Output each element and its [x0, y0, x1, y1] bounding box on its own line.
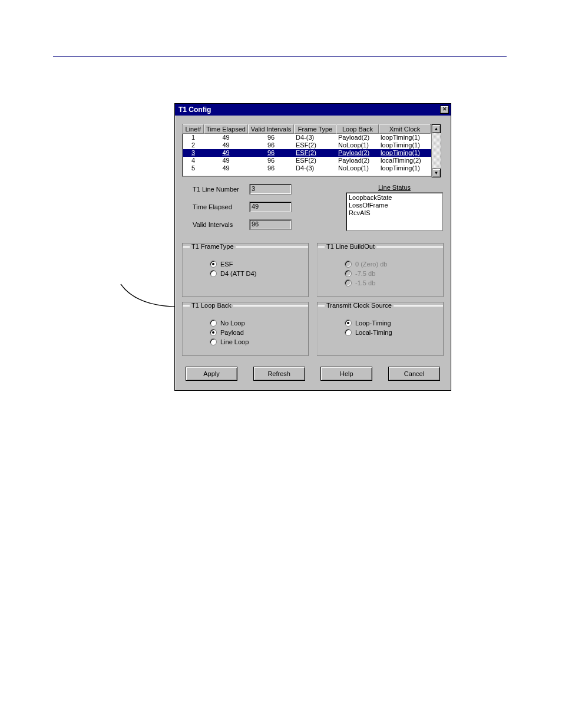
radio-icon: [345, 270, 352, 277]
line-table[interactable]: Line# Time Elapsed Valid Intervals Frame…: [182, 124, 441, 177]
status-item: LossOfFrame: [349, 202, 440, 209]
table-cell: 4: [183, 157, 204, 164]
table-cell: Payload(2): [336, 157, 379, 164]
build-out-option: -1.5 db: [345, 279, 436, 286]
table-cell: 96: [248, 134, 294, 141]
radio-icon[interactable]: [210, 261, 217, 268]
cancel-button[interactable]: Cancel: [388, 367, 440, 381]
table-cell: 96: [248, 157, 294, 164]
titlebar[interactable]: T1 Config ✕: [175, 104, 451, 116]
table-row[interactable]: 24996ESF(2)NoLoop(1)loopTiming(1): [183, 141, 441, 149]
col-time-elapsed[interactable]: Time Elapsed: [204, 124, 248, 134]
radio-label: D4 (ATT D4): [220, 270, 256, 277]
scroll-down-button[interactable]: ▼: [432, 169, 441, 177]
table-cell: 49: [204, 164, 248, 172]
build-out-group: T1 Line BuildOut 0 (Zero) db-7.5 db-1.5 …: [317, 243, 444, 297]
scrollbar[interactable]: ▲ ▼: [431, 124, 441, 177]
xmit-clock-legend: Transmit Clock Source: [325, 302, 394, 309]
table-cell: D4-(3): [294, 134, 336, 141]
table-rows: 14996D4-(3)Payload(2)loopTiming(1)24996E…: [183, 134, 441, 175]
page-divider: [53, 56, 507, 57]
xmit-clock-option[interactable]: Loop-Timing: [345, 319, 436, 327]
table-cell: 96: [248, 149, 294, 157]
table-cell: 96: [248, 164, 294, 172]
radio-label: No Loop: [220, 319, 245, 327]
help-button[interactable]: Help: [320, 367, 372, 381]
frame-type-option[interactable]: ESF: [210, 261, 301, 268]
col-line[interactable]: Line#: [183, 124, 204, 134]
line-status-list[interactable]: LoopbackStateLossOfFrameRcvAIS: [346, 192, 443, 231]
close-button[interactable]: ✕: [440, 106, 449, 114]
table-cell: Payload(2): [336, 134, 379, 141]
radio-label: Payload: [220, 329, 244, 336]
radio-label: -1.5 db: [355, 279, 375, 286]
col-frame-type[interactable]: Frame Type: [294, 124, 336, 134]
scroll-up-button[interactable]: ▲: [432, 124, 441, 133]
details-fields: T1 Line Number 3 Time Elapsed 49 Valid I…: [193, 184, 310, 237]
frame-type-legend: T1 FrameType: [190, 243, 236, 250]
options-row-2: T1 Loop Back No LoopPayloadLine Loop Tra…: [182, 302, 444, 356]
table-header: Line# Time Elapsed Valid Intervals Frame…: [183, 124, 441, 134]
options-row-1: T1 FrameType ESFD4 (ATT D4) T1 Line Buil…: [182, 243, 444, 297]
table-cell: 49: [204, 149, 248, 157]
table-cell: 49: [204, 157, 248, 164]
valid-intervals-value: 96: [249, 219, 292, 230]
radio-icon[interactable]: [345, 329, 352, 336]
table-row[interactable]: 54996D4-(3)NoLoop(1)loopTiming(1): [183, 164, 441, 172]
table-cell: localTiming(2): [379, 157, 431, 164]
build-out-option: 0 (Zero) db: [345, 261, 436, 268]
table-cell: NoLoop(1): [336, 141, 379, 149]
table-cell: 3: [183, 149, 204, 157]
radio-icon[interactable]: [210, 338, 217, 345]
xmit-clock-option[interactable]: Local-Timing: [345, 329, 436, 336]
loop-back-legend: T1 Loop Back: [190, 302, 233, 309]
table-cell: 96: [248, 141, 294, 149]
table-cell: NoLoop(1): [336, 164, 379, 172]
line-number-label: T1 Line Number: [193, 186, 249, 193]
table-cell: loopTiming(1): [379, 141, 431, 149]
table-cell: D4-(3): [294, 164, 336, 172]
line-status-group: Line Status LoopbackStateLossOfFrameRcvA…: [346, 184, 443, 237]
frame-type-option[interactable]: D4 (ATT D4): [210, 270, 301, 277]
radio-label: 0 (Zero) db: [355, 261, 387, 268]
radio-label: Loop-Timing: [355, 319, 391, 327]
line-number-value: 3: [249, 184, 292, 195]
radio-icon[interactable]: [345, 319, 352, 327]
radio-icon[interactable]: [210, 319, 217, 327]
xmit-clock-group: Transmit Clock Source Loop-TimingLocal-T…: [317, 302, 444, 356]
table-cell: loopTiming(1): [379, 164, 431, 172]
table-cell: loopTiming(1): [379, 149, 431, 157]
frame-type-group: T1 FrameType ESFD4 (ATT D4): [182, 243, 309, 297]
time-elapsed-value: 49: [249, 202, 292, 212]
table-cell: loopTiming(1): [379, 134, 431, 141]
radio-label: Local-Timing: [355, 329, 392, 336]
apply-button[interactable]: Apply: [186, 367, 237, 381]
button-bar: Apply Refresh Help Cancel: [182, 361, 444, 383]
table-cell: ESF(2): [294, 141, 336, 149]
radio-icon[interactable]: [210, 329, 217, 336]
loop-back-option[interactable]: Payload: [210, 329, 301, 336]
details-row: T1 Line Number 3 Time Elapsed 49 Valid I…: [193, 184, 444, 237]
line-status-legend: Line Status: [346, 184, 443, 191]
table-row[interactable]: 14996D4-(3)Payload(2)loopTiming(1): [183, 134, 441, 141]
radio-icon: [345, 261, 352, 268]
valid-intervals-label: Valid Intervals: [193, 221, 249, 228]
radio-label: Line Loop: [220, 338, 249, 345]
col-valid-intervals[interactable]: Valid Intervals: [248, 124, 294, 134]
status-item: RcvAIS: [349, 209, 440, 217]
build-out-option: -7.5 db: [345, 270, 436, 277]
col-xmit-clock[interactable]: Xmit Clock: [379, 124, 431, 134]
radio-label: -7.5 db: [355, 270, 375, 277]
radio-icon[interactable]: [210, 270, 217, 277]
loop-back-group: T1 Loop Back No LoopPayloadLine Loop: [182, 302, 309, 356]
table-row[interactable]: 44996ESF(2)Payload(2)localTiming(2): [183, 157, 441, 164]
col-loop-back[interactable]: Loop Back: [336, 124, 379, 134]
dialog-title: T1 Config: [178, 106, 211, 114]
time-elapsed-label: Time Elapsed: [193, 203, 249, 210]
loop-back-option[interactable]: Line Loop: [210, 338, 301, 345]
scrollbar-track[interactable]: [432, 133, 441, 169]
loop-back-option[interactable]: No Loop: [210, 319, 301, 327]
refresh-button[interactable]: Refresh: [253, 367, 305, 381]
table-cell: 49: [204, 134, 248, 141]
table-row[interactable]: 34996ESF(2)Payload(2)loopTiming(1): [183, 149, 441, 157]
